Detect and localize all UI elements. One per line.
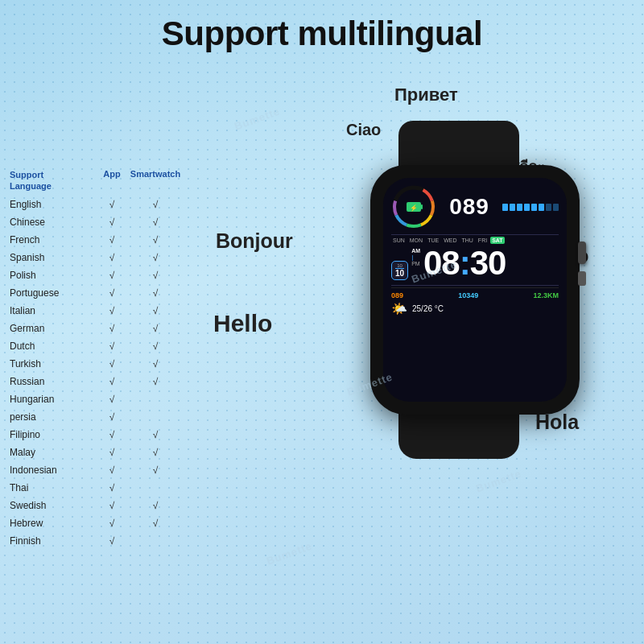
- lang-name-16: Thai: [10, 482, 97, 493]
- lang-sw-check-18: √: [127, 518, 184, 529]
- day-row: SUNMONTUEWEDTHUFRISAT: [391, 237, 559, 244]
- lang-app-check-18: √: [97, 518, 127, 529]
- watermark-5: Bumette: [265, 539, 314, 567]
- lang-name-12: persia: [10, 411, 97, 423]
- lang-sw-check-8: √: [127, 341, 184, 352]
- lang-sw-check-5: √: [127, 287, 184, 299]
- lang-app-check-1: √: [97, 217, 127, 228]
- lang-name-11: Hungarian: [10, 394, 97, 405]
- lang-app-check-6: √: [97, 305, 127, 316]
- lang-sw-check-4: √: [127, 270, 184, 281]
- watermark-4: Bumette: [474, 467, 523, 494]
- lang-row-italian: Italian√√: [10, 302, 184, 320]
- day-mon: MON: [408, 237, 424, 244]
- lang-sw-check-3: √: [127, 252, 184, 263]
- lang-name-14: Malay: [10, 447, 97, 458]
- h-divider-2: [391, 285, 559, 286]
- lang-name-5: Portuguese: [10, 287, 97, 299]
- day-tue: TUE: [426, 237, 440, 244]
- watch-screen: ⚡ 089: [383, 178, 567, 402]
- lang-row-filipino: Filipino√√: [10, 426, 184, 444]
- lang-rows: English√√Chinese√√French√√Spanish√√Polis…: [10, 196, 184, 550]
- stat-distance: 12.3KM: [533, 291, 559, 299]
- day-sun: SUN: [391, 237, 407, 244]
- lang-name-3: Spanish: [10, 252, 97, 263]
- lang-app-check-16: √: [97, 482, 127, 493]
- lang-app-check-14: √: [97, 447, 127, 458]
- main-content: Support multilingual Привет Ciao สวัสดีค…: [0, 0, 644, 644]
- lang-app-check-5: √: [97, 287, 127, 299]
- pm-label: PM: [411, 261, 420, 267]
- separator-bar: |: [411, 254, 420, 262]
- lang-row-german: German√√: [10, 320, 184, 337]
- day-fri: FRI: [477, 237, 489, 244]
- time-minutes: 30: [470, 244, 506, 282]
- col-header-app: App: [97, 169, 127, 192]
- lang-sw-check-15: √: [127, 464, 184, 476]
- lang-name-19: Finnish: [10, 535, 97, 547]
- lang-name-1: Chinese: [10, 217, 97, 228]
- gauge-circle: ⚡: [391, 184, 436, 229]
- stats-row: 089 10349 12.3KM: [391, 287, 559, 299]
- lang-sw-check-2: √: [127, 234, 184, 246]
- lang-app-check-15: √: [97, 464, 127, 476]
- lang-app-check-12: √: [97, 411, 127, 423]
- lang-name-18: Hebrew: [10, 518, 97, 529]
- lang-row-thai: Thai√: [10, 479, 184, 497]
- time-hours: 08: [423, 244, 460, 282]
- lang-row-polish: Polish√√: [10, 266, 184, 284]
- lang-sw-check-13: √: [127, 429, 184, 440]
- lang-app-check-10: √: [97, 376, 127, 387]
- greeting-privet: Привет: [394, 85, 458, 105]
- lang-name-13: Filipino: [10, 429, 97, 440]
- weather-row: 🌤️ 25/26 °C: [391, 301, 559, 316]
- lang-app-check-8: √: [97, 341, 127, 352]
- lang-row-hungarian: Hungarian√: [10, 390, 184, 408]
- lang-row-swedish: Swedish√√: [10, 497, 184, 514]
- watch-container: ⚡ 089: [354, 121, 596, 459]
- lang-row-spanish: Spanish√√: [10, 249, 184, 266]
- lang-name-6: Italian: [10, 305, 97, 316]
- lang-name-17: Swedish: [10, 500, 97, 511]
- lang-row-indonesian: Indonesian√√: [10, 461, 184, 479]
- svg-rect-8: [421, 204, 423, 209]
- lang-name-0: English: [10, 199, 97, 210]
- date-label-bottom: 10: [395, 269, 404, 278]
- weather-icon: 🌤️: [391, 301, 407, 316]
- day-thu: THU: [460, 237, 474, 244]
- greeting-hello: Hello: [213, 310, 272, 337]
- lang-row-turkish: Turkish√√: [10, 355, 184, 373]
- lang-app-check-17: √: [97, 500, 127, 511]
- lang-app-check-3: √: [97, 252, 127, 263]
- h-divider-1: [391, 234, 559, 235]
- lang-app-check-9: √: [97, 358, 127, 369]
- lang-app-check-7: √: [97, 323, 127, 334]
- day-sat: SAT: [490, 237, 504, 244]
- date-box: 10 10: [391, 261, 408, 280]
- lang-row-malay: Malay√√: [10, 444, 184, 461]
- lang-sw-check-0: √: [127, 199, 184, 210]
- lang-row-french: French√√: [10, 231, 184, 249]
- watch-crown-top: [578, 242, 586, 264]
- lang-row-russian: Russian√√: [10, 373, 184, 390]
- screen-top-row: ⚡ 089: [391, 184, 559, 229]
- time-colon: :: [460, 244, 470, 282]
- watch-crown-bottom: [578, 271, 586, 286]
- lang-name-2: French: [10, 234, 97, 246]
- ampm-selector: AM | PM: [411, 246, 420, 267]
- lang-app-check-2: √: [97, 234, 127, 246]
- col-header-smartwatch: Smartwatch: [127, 169, 184, 192]
- battery-number: 089: [436, 194, 502, 220]
- language-table: SupportLanguage App Smartwatch English√√…: [10, 169, 184, 550]
- lang-app-check-19: √: [97, 535, 127, 547]
- lang-name-10: Russian: [10, 376, 97, 387]
- lang-sw-check-9: √: [127, 358, 184, 369]
- lang-row-dutch: Dutch√√: [10, 337, 184, 355]
- time-row: 10 10 AM | PM 08:30: [391, 246, 559, 280]
- lang-row-portuguese: Portuguese√√: [10, 284, 184, 302]
- stat-steps: 089: [391, 291, 403, 299]
- lang-row-persia: persia√: [10, 408, 184, 426]
- time-display: 08:30: [423, 246, 506, 280]
- lang-app-check-11: √: [97, 394, 127, 405]
- lang-sw-check-1: √: [127, 217, 184, 228]
